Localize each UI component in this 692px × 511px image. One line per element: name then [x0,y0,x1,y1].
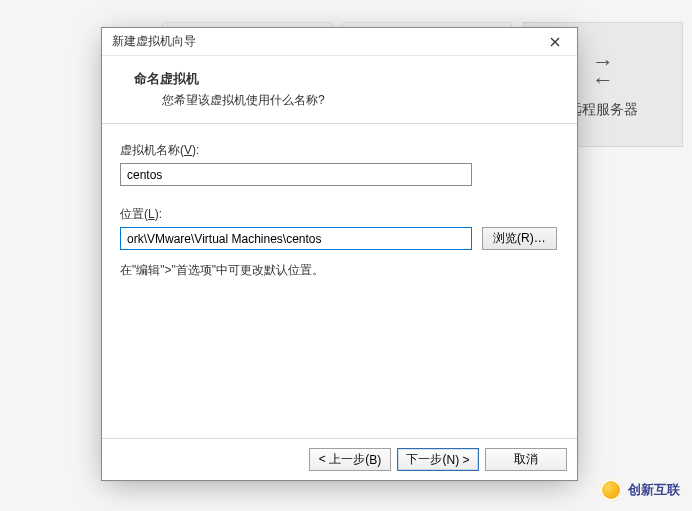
vm-name-input[interactable] [120,163,472,186]
new-vm-wizard-dialog: 新建虚拟机向导 命名虚拟机 您希望该虚拟机使用什么名称? 虚拟机名称(V): 位… [101,27,578,481]
watermark: 创新互联 [600,479,680,501]
wizard-button-bar: < 上一步(B) 下一步(N) > 取消 [102,438,577,480]
dialog-title-bar: 新建虚拟机向导 [102,28,577,56]
watermark-logo-icon [600,479,622,501]
vm-location-label: 位置(L): [120,206,559,223]
next-button[interactable]: 下一步(N) > [397,448,479,471]
wizard-header: 命名虚拟机 您希望该虚拟机使用什么名称? [102,56,577,124]
transfer-icon: → ← [583,51,623,91]
cancel-button[interactable]: 取消 [485,448,567,471]
wizard-content: 虚拟机名称(V): 位置(L): 浏览(R)… 在"编辑">"首选项"中可更改默… [102,124,577,438]
browse-button[interactable]: 浏览(R)… [482,227,557,250]
watermark-text: 创新互联 [628,481,680,499]
vm-name-label: 虚拟机名称(V): [120,142,559,159]
wizard-step-title: 命名虚拟机 [134,70,559,88]
close-icon[interactable] [539,31,571,53]
back-button[interactable]: < 上一步(B) [309,448,391,471]
wizard-step-subtitle: 您希望该虚拟机使用什么名称? [162,92,559,109]
remote-server-label: 远程服务器 [568,101,638,119]
vm-location-input[interactable] [120,227,472,250]
location-hint-text: 在"编辑">"首选项"中可更改默认位置。 [120,262,559,279]
dialog-title: 新建虚拟机向导 [112,33,539,50]
